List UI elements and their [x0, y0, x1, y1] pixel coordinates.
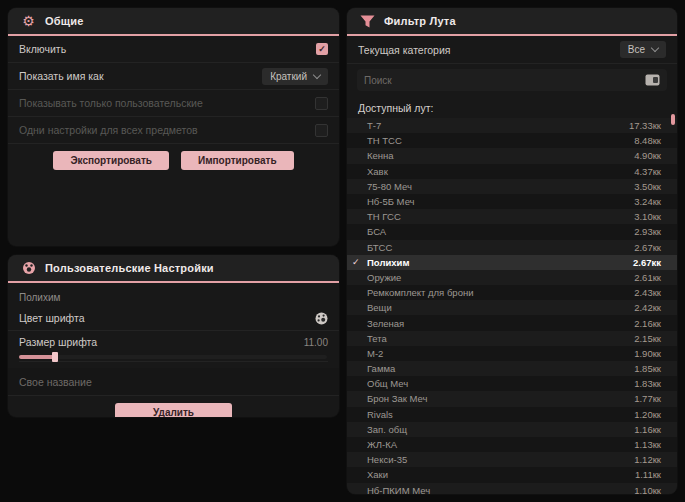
loot-list: Т-717.33ккТН ТСС8.48ккКенна4.90ккХавк4.3… — [347, 118, 677, 494]
slider-handle[interactable] — [52, 352, 58, 362]
item-value: 1.11кк — [635, 469, 661, 480]
item-value: 2.61кк — [634, 272, 661, 283]
list-item[interactable]: ЖЛ-КА1.13кк — [347, 437, 677, 452]
enable-checkbox[interactable]: ✓ — [316, 43, 328, 55]
item-value: 4.90кк — [634, 150, 661, 161]
item-name: Т-7 — [367, 120, 381, 131]
panel-title: Фильтр Лута — [384, 15, 456, 27]
list-item[interactable]: ✓Полихим2.67кк — [347, 255, 677, 270]
font-size-label: Размер шрифта — [19, 336, 97, 348]
search-input[interactable] — [364, 70, 639, 90]
list-item[interactable]: БСА2.93кк — [347, 224, 677, 239]
same-settings-label: Одни настройки для всех предметов — [19, 124, 198, 136]
list-item[interactable]: Ремкомплект для брони2.43кк — [347, 285, 677, 300]
list-item[interactable]: Оружие2.61кк — [347, 270, 677, 285]
item-name: М-2 — [367, 348, 383, 359]
chevron-down-icon — [313, 70, 321, 78]
category-select[interactable]: Все — [620, 41, 666, 58]
item-value: 2.42кк — [634, 302, 661, 313]
loot-panel-header: Фильтр Лута — [347, 8, 677, 36]
list-item[interactable]: Вещи2.42кк — [347, 300, 677, 315]
item-value: 2.16кк — [634, 318, 661, 329]
funnel-icon — [360, 14, 375, 29]
list-item[interactable]: ТН ГСС3.10кк — [347, 209, 677, 224]
list-item[interactable]: Нб-ПКИМ Меч1.10кк — [347, 483, 677, 495]
font-color-row[interactable]: Цвет шрифта — [8, 306, 339, 331]
name-display-label: Показать имя как — [19, 70, 104, 82]
delete-button[interactable]: Удалить — [115, 403, 232, 417]
list-item[interactable]: Брон Зак Меч1.77кк — [347, 391, 677, 406]
import-button[interactable]: Импортировать — [181, 151, 294, 170]
same-settings-checkbox[interactable] — [315, 124, 328, 137]
list-item[interactable]: Rivals1.20кк — [347, 407, 677, 422]
list-item[interactable]: Т-717.33кк — [347, 118, 677, 133]
export-button[interactable]: Экспортировать — [53, 151, 169, 170]
item-name: 75-80 Меч — [367, 181, 412, 192]
item-value: 1.20кк — [634, 409, 661, 420]
slider-fill — [19, 355, 55, 359]
font-size-value: 11.00 — [304, 337, 328, 348]
item-value: 1.10кк — [634, 485, 661, 494]
item-name: Зеленая — [367, 318, 404, 329]
font-size-row: Размер шрифта 11.00 — [8, 331, 339, 348]
item-name: Оружие — [367, 272, 401, 283]
item-name: ЖЛ-КА — [367, 439, 397, 450]
item-name: Брон Зак Меч — [367, 393, 427, 404]
scrollbar-thumb[interactable] — [671, 114, 675, 125]
item-value: 2.67кк — [634, 242, 661, 253]
custom-panel-header: Пользовательские Настройки — [8, 255, 339, 283]
name-display-select[interactable]: Краткий — [262, 68, 328, 85]
list-item[interactable]: М-21.90кк — [347, 346, 677, 361]
item-value: 3.50кк — [634, 181, 661, 192]
list-item[interactable]: Хавк4.37кк — [347, 164, 677, 179]
list-item[interactable]: Общ Меч1.83кк — [347, 376, 677, 391]
item-name: Ремкомплект для брони — [367, 287, 473, 298]
list-item[interactable]: Некси-351.12кк — [347, 452, 677, 467]
item-name: Некси-35 — [367, 454, 407, 465]
enable-label: Включить — [19, 43, 66, 55]
list-item[interactable]: Хаки1.11кк — [347, 467, 677, 482]
item-value: 2.43кк — [634, 287, 661, 298]
list-item[interactable]: 75-80 Меч3.50кк — [347, 179, 677, 194]
search-field — [357, 69, 667, 91]
only-custom-label: Показывать только пользовательские — [19, 97, 203, 109]
list-item[interactable]: Кенна4.90кк — [347, 148, 677, 163]
item-value: 8.48кк — [634, 135, 661, 146]
item-value: 1.16кк — [634, 424, 661, 435]
list-item[interactable]: Зап. общ1.16кк — [347, 422, 677, 437]
color-palette-icon[interactable] — [315, 312, 328, 325]
general-panel-header: ⚙ Общие — [8, 8, 339, 36]
panel-title: Пользовательские Настройки — [45, 262, 214, 274]
item-name: Зап. общ — [367, 424, 407, 435]
item-name: Хаки — [367, 469, 388, 480]
category-label: Текущая категория — [358, 44, 451, 56]
custom-name-input[interactable] — [19, 369, 328, 395]
checkmark-icon: ✓ — [352, 257, 360, 267]
list-item[interactable]: Тета2.15кк — [347, 331, 677, 346]
font-size-slider[interactable] — [19, 352, 328, 362]
selected-item-name: Полихим — [8, 283, 339, 306]
slider-track — [19, 355, 327, 359]
list-item[interactable]: Нб-5Б Меч3.24кк — [347, 194, 677, 209]
item-name: ТН ГСС — [367, 211, 401, 222]
list-item[interactable]: Гамма1.85кк — [347, 361, 677, 376]
only-custom-row: Показывать только пользовательские — [8, 90, 339, 117]
name-display-row: Показать имя как Краткий — [8, 63, 339, 90]
item-value: 1.12кк — [634, 454, 661, 465]
general-panel: ⚙ Общие Включить ✓ Показать имя как Крат… — [8, 8, 339, 246]
list-item[interactable]: Зеленая2.16кк — [347, 315, 677, 330]
search-options-icon[interactable] — [645, 74, 660, 86]
only-custom-checkbox[interactable] — [315, 97, 328, 110]
item-value: 4.37кк — [634, 166, 661, 177]
mod-settings-screen: ⚙ Общие Включить ✓ Показать имя как Крат… — [0, 0, 685, 502]
category-value: Все — [628, 44, 645, 55]
item-value: 1.77кк — [634, 393, 661, 404]
list-item[interactable]: БТСС2.67кк — [347, 240, 677, 255]
custom-settings-panel: Пользовательские Настройки Полихим Цвет … — [8, 255, 339, 417]
font-color-label: Цвет шрифта — [19, 312, 85, 324]
item-value: 2.67кк — [633, 257, 661, 268]
item-value: 2.93кк — [634, 226, 661, 237]
item-name: Кенна — [367, 150, 394, 161]
list-item[interactable]: ТН ТСС8.48кк — [347, 133, 677, 148]
gear-icon: ⚙ — [21, 14, 36, 29]
